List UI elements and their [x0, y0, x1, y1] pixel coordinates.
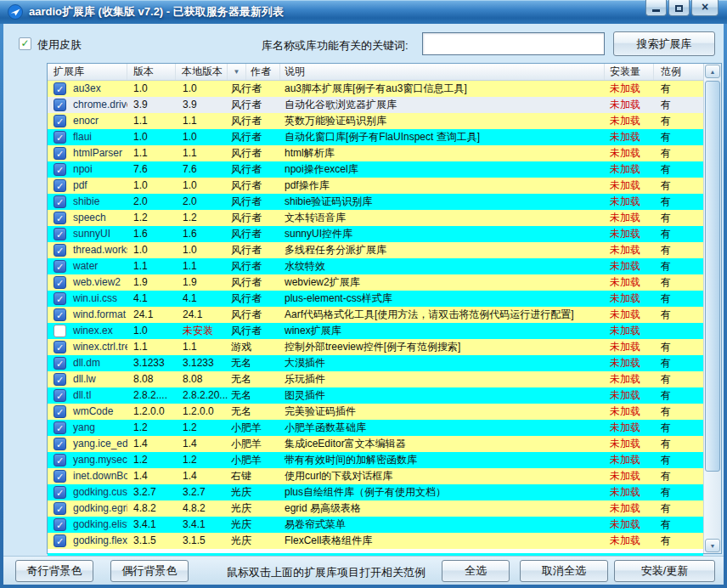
row-checkbox[interactable]: ✓ [54, 357, 66, 370]
local-version-cell: 4.1 [176, 291, 228, 307]
row-checkbox[interactable]: ✓ [54, 131, 66, 144]
desc-cell: html解析库 [280, 145, 605, 161]
header-author[interactable]: 作者 [246, 64, 280, 80]
installs-cell: 未加载 [605, 484, 654, 500]
row-checkbox[interactable]: ✓ [54, 421, 66, 434]
titlebar[interactable]: aardio扩展库 (收集版 v7.2) - 已获取服务器最新列表 × [0, 0, 727, 24]
header-local-version[interactable]: 本地版本 [176, 64, 228, 80]
table-row[interactable]: ✓ chrome.driverex 3.9 3.9 风行者 自动化谷歌浏览器扩展… [48, 97, 703, 113]
row-checkbox[interactable]: ✓ [54, 438, 66, 450]
scroll-up-icon[interactable]: ▲ [705, 65, 720, 78]
maximize-button[interactable] [668, 0, 690, 16]
keyword-input[interactable] [422, 32, 605, 55]
deselect-all-button[interactable]: 取消全选 [520, 560, 608, 582]
odd-row-color-button[interactable]: 奇行背景色 [15, 560, 93, 582]
row-checkbox[interactable]: ✓ [54, 470, 66, 483]
header-installs[interactable]: 安装量 [605, 64, 654, 80]
sample-cell: 有 [654, 452, 703, 468]
row-checkbox[interactable]: ✓ [54, 389, 66, 402]
name-cell: ✓ water [48, 258, 127, 274]
table-row[interactable]: ✓ godking.customPlus 3.2.7 3.2.7 光庆 plus… [48, 484, 703, 500]
table-row[interactable]: ✓ htmlParser 1.1 1.1 风行者 html解析库 未加载 有 [48, 145, 703, 161]
version-cell: 1.1 [127, 113, 176, 129]
row-checkbox[interactable]: ✓ [54, 228, 66, 240]
row-checkbox[interactable] [54, 325, 66, 337]
row-checkbox[interactable]: ✓ [54, 260, 66, 273]
table-row[interactable]: ✓ godking.egrid 4.8.2 4.8.2 光庆 egrid 易高级… [48, 500, 703, 517]
row-checkbox[interactable]: ✓ [54, 405, 66, 418]
table-row[interactable]: ✓ speech 1.2 1.2 风行者 文本转语音库 未加载 有 [48, 210, 703, 226]
row-checkbox[interactable]: ✓ [54, 195, 66, 208]
row-checkbox[interactable]: ✓ [54, 276, 66, 289]
row-checkbox[interactable]: ✓ [54, 486, 66, 499]
table-row[interactable]: ✓ dll.tl 2.8.2.... 2.8.2.20... 无名 图灵插件 未… [48, 387, 703, 404]
table-row[interactable]: ✓ dll.lw 8.08 8.08 无名 乐玩插件 未加载 有 [48, 371, 703, 387]
table-row[interactable]: ✓ inet.downBox2 1.4 1.4 右键 使用curl的下载对话框库… [48, 468, 703, 484]
table-row[interactable]: ✓ yang.mysecret 1.2 1.2 小肥羊 带有有效时间的加解密函数… [48, 452, 703, 468]
row-checkbox[interactable]: ✓ [54, 308, 66, 321]
table-row[interactable]: ✓ thread.worksEx 1.0 1.0 风行者 多线程任务分派扩展库 … [48, 242, 703, 258]
row-checkbox[interactable]: ✓ [54, 502, 66, 515]
header-desc[interactable]: 说明 [280, 64, 605, 80]
table-row[interactable]: ✓ win.ui.css 4.1 4.1 风行者 plus-element-cs… [48, 291, 703, 307]
table-row[interactable]: ✓ wind.format 24.1 24.1 风行者 Aarf代码格式化工具[… [48, 307, 703, 323]
table-row[interactable]: ✓ web.view2 1.9 1.9 风行者 webview2扩展库 未加载 … [48, 274, 703, 291]
table-row[interactable]: ✓ dll.dm 3.1233 3.1233 无名 大漠插件 未加载 有 [48, 355, 703, 371]
row-checkbox[interactable]: ✓ [54, 179, 66, 192]
author-cell: 无名 [228, 387, 280, 404]
table-row[interactable]: ✓ godking.flexCell 3.1.5 3.1.5 光庆 FlexCe… [48, 533, 703, 549]
header-sample[interactable]: 范例 [654, 64, 703, 80]
close-button[interactable]: × [691, 0, 719, 16]
scroll-down-icon[interactable]: ▼ [705, 539, 720, 552]
row-checkbox[interactable]: ✓ [54, 163, 66, 176]
author-cell: 风行者 [228, 307, 280, 323]
header-version[interactable]: 版本 [127, 64, 176, 80]
version-cell: 3.2.7 [127, 484, 176, 500]
table-row[interactable]: ✓ npoi 7.6 7.6 风行者 npoi操作excel库 未加载 有 [48, 161, 703, 178]
row-checkbox[interactable]: ✓ [54, 147, 66, 160]
lib-name: thread.worksEx [73, 242, 127, 258]
installs-cell: 未加载 [605, 452, 654, 468]
app-logo-icon [8, 4, 23, 20]
version-cell: 1.0 [127, 242, 176, 258]
vertical-scrollbar[interactable]: ▲ ▼ [703, 64, 721, 553]
use-skin-checkbox[interactable]: ✓ [19, 37, 31, 50]
row-checkbox[interactable]: ✓ [54, 115, 66, 127]
install-update-button[interactable]: 安装/更新 [614, 560, 715, 582]
table-row[interactable]: ✓ godking.elistbar 3.4.1 3.4.1 光庆 易卷帘式菜单… [48, 517, 703, 533]
desc-cell: 乐玩插件 [280, 371, 605, 387]
row-checkbox[interactable]: ✓ [54, 292, 66, 305]
table-row[interactable]: ✓ enocr 1.1 1.1 风行者 英数万能验证码识别库 未加载 有 [48, 113, 703, 129]
select-all-button[interactable]: 全选 [442, 560, 510, 582]
sample-cell: 有 [654, 339, 703, 355]
table-row[interactable]: winex.ex 1.0 未安装 风行者 winex扩展库 未加载 [48, 323, 703, 339]
minimize-button[interactable] [645, 0, 667, 16]
row-checkbox[interactable]: ✓ [54, 341, 66, 353]
header-name[interactable]: 扩展库 [48, 64, 127, 80]
even-row-color-button[interactable]: 偶行背景色 [110, 560, 189, 582]
table-row[interactable]: ✓ shibie 2.0 2.0 风行者 shibie验证码识别库 未加载 有 [48, 194, 703, 210]
version-cell: 1.9 [127, 274, 176, 291]
scrollbar-thumb[interactable] [705, 81, 720, 472]
table-row[interactable]: ✓ wmCode 1.2.0.0 1.2.0.0 无名 完美验证码插件 未加载 … [48, 404, 703, 420]
desc-cell: 控制外部treeview控件[例子有范例搜索] [280, 339, 605, 355]
table-row[interactable]: ✓ pdf 1.0 1.0 风行者 pdf操作库 未加载 有 [48, 178, 703, 194]
row-checkbox[interactable]: ✓ [54, 212, 66, 224]
table-row[interactable]: ✓ flaui 1.0 1.0 风行者 自动化窗口库[例子有FlaUInspec… [48, 129, 703, 145]
row-checkbox[interactable]: ✓ [54, 518, 66, 531]
search-button[interactable]: 搜索扩展库 [613, 31, 715, 56]
table-row[interactable]: ✓ sunnyUI 1.6 1.6 风行者 sunnyUI控件库 未加载 有 [48, 226, 703, 242]
sort-arrow-icon[interactable]: ▼ [228, 64, 246, 80]
name-cell: ✓ dll.tl [48, 387, 127, 404]
table-row[interactable]: ✓ winex.ctrl.treeview 1.1 1.1 游戏 控制外部tre… [48, 339, 703, 355]
table-row[interactable]: ✓ water 1.1 1.1 风行者 水纹特效 未加载 有 [48, 258, 703, 274]
row-checkbox[interactable]: ✓ [54, 82, 66, 95]
row-checkbox[interactable]: ✓ [54, 99, 66, 111]
table-row[interactable]: ✓ au3ex 1.0 1.0 风行者 au3脚本扩展库[例子有au3窗口信息工… [48, 81, 703, 97]
row-checkbox[interactable]: ✓ [54, 454, 66, 466]
table-row[interactable]: ✓ yang.ice_editor 1.4 1.4 小肥羊 集成iceEdito… [48, 436, 703, 452]
row-checkbox[interactable]: ✓ [54, 244, 66, 257]
table-row[interactable]: ✓ yang 1.2 1.2 小肥羊 小肥羊函数基础库 未加载 有 [48, 420, 703, 436]
row-checkbox[interactable]: ✓ [54, 534, 66, 547]
row-checkbox[interactable]: ✓ [54, 373, 66, 386]
